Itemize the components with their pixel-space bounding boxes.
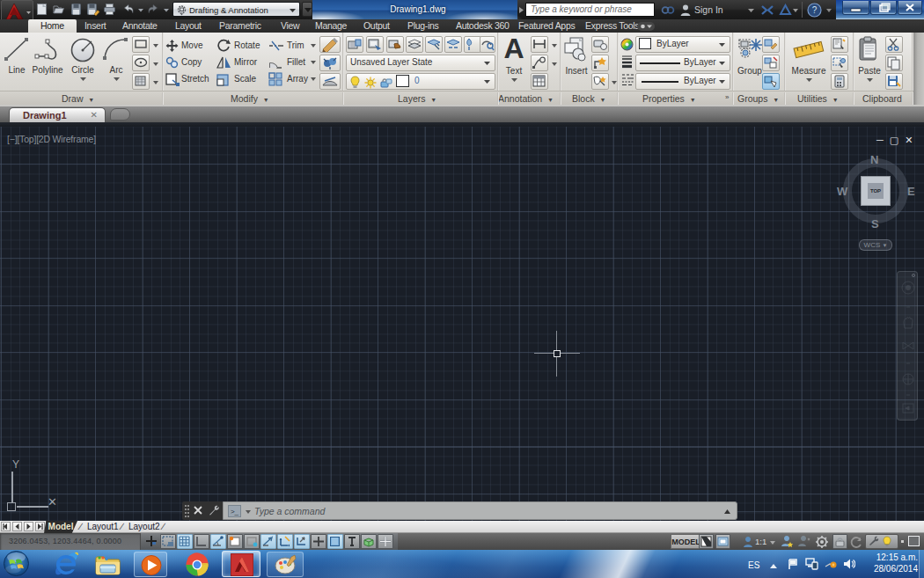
svg-text:?: ? — [812, 5, 818, 15]
